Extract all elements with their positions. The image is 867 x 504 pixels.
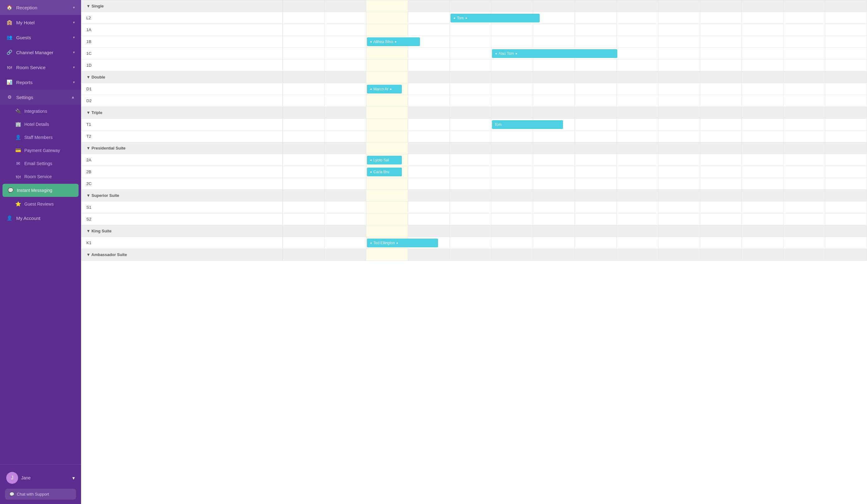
day-cell[interactable] [366, 59, 408, 71]
day-cell[interactable] [783, 154, 825, 166]
sidebar-item-guests[interactable]: 👥 Guests ▾ [0, 30, 81, 45]
day-cell[interactable] [742, 178, 783, 190]
day-cell[interactable] [324, 12, 366, 24]
day-cell[interactable] [324, 166, 366, 178]
day-cell[interactable] [658, 48, 700, 59]
day-cell[interactable] [658, 166, 700, 178]
day-cell[interactable] [408, 178, 450, 190]
day-cell[interactable] [658, 237, 700, 249]
sidebar-item-guest-reviews[interactable]: ⭐ Guest Reviews [0, 197, 81, 210]
sidebar-item-reception[interactable]: 🏠 Reception ▾ [0, 0, 81, 15]
day-cell[interactable] [324, 59, 366, 71]
day-cell[interactable] [825, 213, 867, 225]
day-cell[interactable] [575, 201, 617, 213]
day-cell[interactable] [408, 166, 450, 178]
booking-bar[interactable]: Ted Ellington [367, 239, 438, 247]
day-cell[interactable] [742, 213, 783, 225]
day-cell[interactable]: Althea Silva [366, 36, 408, 48]
day-cell[interactable] [825, 237, 867, 249]
day-cell[interactable] [533, 131, 575, 142]
day-cell[interactable] [658, 201, 700, 213]
day-cell[interactable] [408, 12, 450, 24]
day-cell[interactable] [575, 83, 617, 95]
day-cell[interactable] [491, 36, 533, 48]
day-cell[interactable] [283, 83, 324, 95]
day-cell[interactable] [700, 24, 742, 36]
day-cell[interactable] [408, 213, 450, 225]
sidebar-item-room-service-sub[interactable]: 🍽 Room Service [0, 170, 81, 183]
day-cell[interactable] [324, 154, 366, 166]
booking-bar[interactable]: Althea Silva [367, 37, 420, 46]
day-cell[interactable]: Also Tom [491, 48, 533, 59]
day-cell[interactable] [825, 178, 867, 190]
day-cell[interactable] [658, 24, 700, 36]
day-cell[interactable] [283, 119, 324, 131]
day-cell[interactable] [575, 131, 617, 142]
day-cell[interactable] [658, 59, 700, 71]
day-cell[interactable] [324, 237, 366, 249]
day-cell[interactable] [283, 12, 324, 24]
day-cell[interactable] [783, 213, 825, 225]
day-cell[interactable] [533, 95, 575, 107]
day-cell[interactable] [658, 178, 700, 190]
day-cell[interactable] [783, 178, 825, 190]
day-cell[interactable] [742, 154, 783, 166]
day-cell[interactable] [408, 201, 450, 213]
day-cell[interactable] [742, 131, 783, 142]
day-cell[interactable] [700, 48, 742, 59]
user-row[interactable]: J Jane ▾ [5, 469, 76, 487]
day-cell[interactable] [408, 95, 450, 107]
day-cell[interactable] [616, 48, 658, 59]
day-cell[interactable] [575, 95, 617, 107]
day-cell[interactable] [491, 201, 533, 213]
day-cell[interactable] [533, 154, 575, 166]
day-cell[interactable] [491, 83, 533, 95]
sidebar-item-settings[interactable]: ⚙ Settings ▲ [0, 90, 81, 105]
day-cell[interactable] [616, 237, 658, 249]
day-cell[interactable]: Tom [491, 119, 533, 131]
day-cell[interactable] [533, 24, 575, 36]
day-cell[interactable] [450, 201, 491, 213]
day-cell[interactable] [450, 119, 491, 131]
day-cell[interactable] [408, 119, 450, 131]
booking-bar[interactable]: Tom [450, 14, 540, 22]
day-cell[interactable] [616, 119, 658, 131]
day-cell[interactable] [658, 131, 700, 142]
sidebar-item-room-service[interactable]: 🍽 Room Service ▾ [0, 60, 81, 75]
day-cell[interactable] [283, 95, 324, 107]
day-cell[interactable] [283, 213, 324, 225]
day-cell[interactable] [616, 95, 658, 107]
chat-support-button[interactable]: 💬 Chat with Support [5, 489, 76, 500]
day-cell[interactable] [825, 119, 867, 131]
day-cell[interactable] [616, 154, 658, 166]
day-cell[interactable] [658, 154, 700, 166]
day-cell[interactable] [283, 237, 324, 249]
day-cell[interactable] [491, 24, 533, 36]
day-cell[interactable] [408, 154, 450, 166]
sidebar-item-channel-manager[interactable]: 🔗 Channel Manager ▾ [0, 45, 81, 60]
day-cell[interactable]: Lyoto Sal [366, 154, 408, 166]
day-cell[interactable] [616, 59, 658, 71]
day-cell[interactable] [700, 154, 742, 166]
day-cell[interactable] [450, 237, 491, 249]
day-cell[interactable] [324, 178, 366, 190]
day-cell[interactable] [742, 12, 783, 24]
day-cell[interactable]: Marco Ar [366, 83, 408, 95]
day-cell[interactable] [450, 131, 491, 142]
day-cell[interactable] [742, 166, 783, 178]
day-cell[interactable] [742, 119, 783, 131]
day-cell[interactable] [283, 131, 324, 142]
day-cell[interactable] [283, 48, 324, 59]
day-cell[interactable] [742, 36, 783, 48]
day-cell[interactable]: Ted Ellington [366, 237, 408, 249]
day-cell[interactable] [742, 95, 783, 107]
day-cell[interactable] [825, 12, 867, 24]
day-cell[interactable] [616, 178, 658, 190]
day-cell[interactable] [283, 166, 324, 178]
day-cell[interactable] [408, 83, 450, 95]
sidebar-item-integrations[interactable]: 🔌 Integrations [0, 105, 81, 118]
day-cell[interactable] [575, 154, 617, 166]
day-cell[interactable] [700, 131, 742, 142]
day-cell[interactable] [491, 95, 533, 107]
day-cell[interactable] [366, 95, 408, 107]
